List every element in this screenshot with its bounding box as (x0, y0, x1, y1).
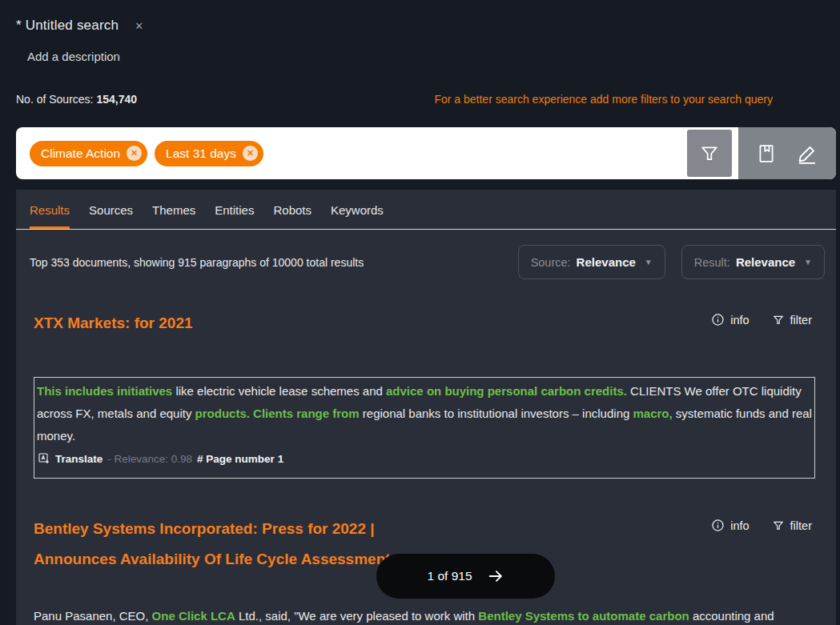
info-button[interactable]: info (711, 313, 749, 327)
pagination-counter: 1 of 915 (427, 569, 472, 583)
add-description-field[interactable]: Add a description (27, 50, 824, 63)
filter-button[interactable]: filter (772, 519, 812, 532)
info-label: info (730, 314, 749, 327)
plain-text: Ltd., said, "We are very pleased to work… (235, 609, 479, 623)
chip-remove-icon[interactable]: ✕ (127, 146, 142, 161)
results-summary: Top 353 documents, showing 915 paragraph… (30, 256, 364, 269)
filter-icon (772, 519, 785, 532)
sort-value: Relevance (577, 255, 636, 269)
highlighted-text: This includes initiatives (37, 384, 175, 398)
relevance-score: - Relevance: 0.98 (107, 453, 192, 465)
result-paragraph[interactable]: This includes initiatives like electric … (34, 377, 815, 479)
pencil-icon (795, 142, 819, 166)
sort-controls: Source: Relevance ▼ Result: Relevance ▼ (518, 245, 825, 279)
tab-sources[interactable]: Sources (89, 203, 133, 229)
chip-last-31-days[interactable]: Last 31 days ✕ (155, 141, 263, 166)
result-title-block: Bentley Systems Incorporated: Press for … (34, 514, 408, 575)
plain-text: like electric vehicle lease schemes and (175, 384, 386, 398)
source-sort-dropdown[interactable]: Source: Relevance ▼ (518, 245, 665, 279)
highlighted-text: macro, (633, 407, 673, 420)
tab-bar: Results Sources Themes Entities Robots K… (16, 190, 836, 230)
filter-icon (772, 314, 785, 327)
tab-results[interactable]: Results (30, 203, 70, 229)
tab-themes[interactable]: Themes (152, 203, 195, 229)
result-actions: info filter (711, 519, 812, 532)
result-title-link[interactable]: Announces Availability Of Life Cycle Ass… (34, 544, 408, 575)
save-search-button[interactable] (755, 142, 778, 165)
info-button[interactable]: info (711, 519, 749, 532)
chevron-down-icon: ▼ (804, 258, 812, 266)
translate-label: Translate (55, 453, 102, 465)
search-title: * Untitled search (16, 18, 119, 34)
result-title-link[interactable]: Bentley Systems Incorporated: Press for … (34, 514, 408, 544)
result-header: XTX Markets: for 2021 info filter (16, 308, 836, 339)
tab-robots[interactable]: Robots (273, 203, 311, 229)
search-bar[interactable]: Climate Action ✕ Last 31 days ✕ (16, 127, 836, 179)
chip-remove-icon[interactable]: ✕ (243, 146, 258, 161)
highlighted-text: products. Clients range from (195, 407, 360, 420)
page-number: # Page number 1 (197, 453, 283, 465)
sort-value: Relevance (736, 255, 795, 269)
paragraph-footer: Translate - Relevance: 0.98 # Page numbe… (37, 452, 812, 465)
plain-text: regional banks to institutional investor… (360, 407, 633, 420)
translate-button[interactable]: Translate (38, 452, 102, 465)
filter-hint-text: For a better search experience add more … (434, 93, 773, 106)
result-title-link[interactable]: XTX Markets: for 2021 (34, 308, 193, 339)
highlighted-text: One Click LCA (152, 609, 235, 623)
chip-label: Last 31 days (166, 146, 236, 161)
sources-label: No. of Sources: (16, 93, 94, 106)
info-label: info (730, 519, 749, 532)
filter-label: filter (790, 519, 812, 532)
search-header: * Untitled search ✕ Add a description (0, 0, 840, 63)
plain-text: Panu Pasanen, CEO, (34, 609, 152, 623)
highlighted-text: advice on buying personal carbon credits… (386, 384, 627, 398)
chip-climate-action[interactable]: Climate Action ✕ (30, 141, 147, 166)
chevron-down-icon: ▼ (645, 258, 653, 266)
result-actions: info filter (711, 313, 812, 327)
tab-keywords[interactable]: Keywords (331, 203, 384, 229)
result-paragraph[interactable]: Panu Pasanen, CEO, One Click LCA Ltd., s… (34, 605, 815, 625)
highlighted-text: Bentley Systems to automate carbon (478, 609, 689, 623)
sort-label: Result: (694, 256, 730, 269)
tab-entities[interactable]: Entities (215, 203, 254, 229)
bookmark-icon (755, 142, 778, 165)
sources-count-label: No. of Sources: 154,740 (16, 93, 137, 106)
sources-row: No. of Sources: 154,740 For a better sea… (0, 93, 840, 106)
translate-icon (38, 452, 50, 465)
info-icon (711, 313, 725, 327)
close-icon[interactable]: ✕ (135, 20, 143, 32)
results-toolbar: Top 353 documents, showing 915 paragraph… (16, 245, 836, 279)
next-arrow-icon[interactable] (487, 567, 504, 585)
funnel-icon (698, 142, 721, 165)
filter-funnel-button[interactable] (687, 130, 732, 177)
edit-search-button[interactable] (795, 142, 819, 166)
chip-label: Climate Action (41, 146, 120, 161)
sources-count: 154,740 (96, 93, 137, 106)
sort-label: Source: (531, 256, 571, 269)
result-sort-dropdown[interactable]: Result: Relevance ▼ (681, 245, 825, 279)
search-bar-actions (738, 127, 836, 179)
filter-button[interactable]: filter (772, 313, 812, 327)
pagination-pill[interactable]: 1 of 915 (376, 554, 555, 599)
paragraph-text: This includes initiatives like electric … (37, 380, 812, 447)
filter-label: filter (790, 314, 812, 327)
info-icon (711, 519, 725, 532)
